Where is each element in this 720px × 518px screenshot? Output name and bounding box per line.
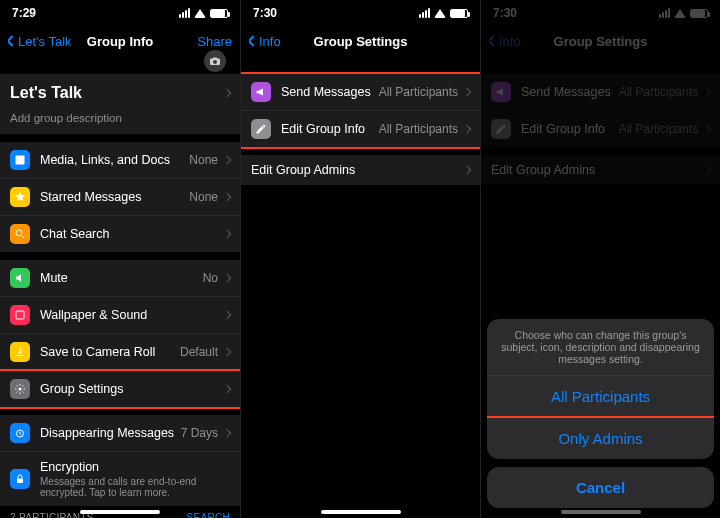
- wifi-icon: [434, 9, 446, 18]
- home-indicator[interactable]: [321, 510, 401, 514]
- svg-point-1: [16, 230, 22, 236]
- share-button[interactable]: Share: [197, 34, 232, 49]
- chevron-right-icon: [223, 429, 231, 437]
- speaker-icon: [10, 268, 30, 288]
- save-camera-roll-row[interactable]: Save to Camera Roll Default: [0, 334, 240, 371]
- mute-row[interactable]: Mute No: [0, 260, 240, 297]
- admins-section: Edit Group Admins: [481, 155, 720, 185]
- group-settings-row[interactable]: Group Settings: [0, 371, 240, 407]
- chevron-right-icon: [223, 274, 231, 282]
- group-info-screen: 7:29 Let's Talk Group Info Share Let's T…: [0, 0, 240, 518]
- permissions-section: Send Messages All Participants Edit Grou…: [241, 74, 480, 147]
- nav-bar: Info Group Settings: [241, 26, 480, 56]
- admins-section: Edit Group Admins: [241, 155, 480, 185]
- back-label: Info: [499, 34, 521, 49]
- action-sheet-card: Choose who can change this group's subje…: [487, 319, 714, 459]
- send-messages-row[interactable]: Send Messages All Participants: [241, 74, 480, 111]
- action-sheet: Choose who can change this group's subje…: [487, 319, 714, 508]
- edit-group-info-row: Edit Group Info All Participants: [481, 111, 720, 147]
- nav-bar: Info Group Settings: [481, 26, 720, 56]
- chevron-right-icon: [223, 348, 231, 356]
- chat-search-row[interactable]: Chat Search: [0, 216, 240, 252]
- group-description-row[interactable]: Add group description: [0, 106, 240, 134]
- photos-icon: [10, 150, 30, 170]
- cancel-button[interactable]: Cancel: [487, 467, 714, 508]
- disappearing-messages-row[interactable]: Disappearing Messages 7 Days: [0, 415, 240, 452]
- encryption-row[interactable]: Encryption Messages and calls are end-to…: [0, 452, 240, 506]
- send-messages-row: Send Messages All Participants: [481, 74, 720, 111]
- chevron-right-icon: [703, 88, 711, 96]
- options-section: Mute No Wallpaper & Sound Save to Camera…: [0, 260, 240, 407]
- battery-icon: [690, 9, 708, 18]
- group-settings-screen-sheet: 7:30 Info Group Settings Send Messages A…: [480, 0, 720, 518]
- svg-rect-6: [17, 479, 23, 484]
- back-label: Let's Talk: [18, 34, 72, 49]
- group-name: Let's Talk: [10, 84, 82, 102]
- chevron-right-icon: [223, 385, 231, 393]
- svg-rect-3: [16, 311, 24, 319]
- pencil-icon: [251, 119, 271, 139]
- chevron-right-icon: [223, 89, 231, 97]
- back-button[interactable]: Let's Talk: [8, 34, 72, 49]
- chevron-right-icon: [223, 311, 231, 319]
- gear-icon: [10, 379, 30, 399]
- svg-rect-0: [16, 156, 25, 165]
- nav-bar: Let's Talk Group Info Share: [0, 26, 240, 56]
- star-icon: [10, 187, 30, 207]
- status-time: 7:30: [493, 6, 517, 20]
- chevron-right-icon: [463, 125, 471, 133]
- edit-group-info-row[interactable]: Edit Group Info All Participants: [241, 111, 480, 147]
- group-settings-screen: 7:30 Info Group Settings Send Messages A…: [240, 0, 480, 518]
- svg-point-4: [19, 388, 22, 391]
- status-bar: 7:30: [241, 0, 480, 26]
- option-only-admins[interactable]: Only Admins: [487, 418, 714, 459]
- edit-group-admins-row: Edit Group Admins: [481, 155, 720, 185]
- status-bar: 7:29: [0, 0, 240, 26]
- chevron-right-icon: [463, 166, 471, 174]
- camera-icon: [209, 55, 221, 67]
- signal-icon: [419, 8, 430, 18]
- home-indicator[interactable]: [80, 510, 160, 514]
- chevron-right-icon: [703, 125, 711, 133]
- wifi-icon: [674, 9, 686, 18]
- battery-icon: [450, 9, 468, 18]
- chevron-right-icon: [703, 166, 711, 174]
- media-section: Media, Links, and Docs None Starred Mess…: [0, 142, 240, 252]
- wallpaper-sound-row[interactable]: Wallpaper & Sound: [0, 297, 240, 334]
- status-time: 7:29: [12, 6, 36, 20]
- wallpaper-icon: [10, 305, 30, 325]
- svg-line-2: [22, 236, 25, 239]
- chevron-left-icon: [8, 35, 18, 46]
- chevron-right-icon: [223, 230, 231, 238]
- back-label: Info: [259, 34, 281, 49]
- timer-icon: [10, 423, 30, 443]
- edit-group-admins-row[interactable]: Edit Group Admins: [241, 155, 480, 185]
- status-indicators: [179, 8, 228, 18]
- action-sheet-message: Choose who can change this group's subje…: [487, 319, 714, 376]
- megaphone-icon: [251, 82, 271, 102]
- chevron-left-icon: [489, 35, 499, 46]
- status-time: 7:30: [253, 6, 277, 20]
- battery-icon: [210, 9, 228, 18]
- chevron-right-icon: [463, 88, 471, 96]
- download-icon: [10, 342, 30, 362]
- option-all-participants[interactable]: All Participants: [487, 376, 714, 418]
- search-icon: [10, 224, 30, 244]
- media-links-docs-row[interactable]: Media, Links, and Docs None: [0, 142, 240, 179]
- permissions-section: Send Messages All Participants Edit Grou…: [481, 74, 720, 147]
- megaphone-icon: [491, 82, 511, 102]
- lock-icon: [10, 469, 30, 489]
- starred-messages-row[interactable]: Starred Messages None: [0, 179, 240, 216]
- status-indicators: [419, 8, 468, 18]
- home-indicator[interactable]: [561, 510, 641, 514]
- chevron-right-icon: [223, 156, 231, 164]
- status-bar: 7:30: [481, 0, 720, 26]
- group-name-row[interactable]: Let's Talk: [0, 74, 240, 106]
- search-participants-link[interactable]: Search: [187, 512, 230, 518]
- back-button: Info: [489, 34, 521, 49]
- status-indicators: [659, 8, 708, 18]
- chevron-right-icon: [223, 193, 231, 201]
- back-button[interactable]: Info: [249, 34, 281, 49]
- signal-icon: [179, 8, 190, 18]
- group-photo-row: [0, 56, 240, 74]
